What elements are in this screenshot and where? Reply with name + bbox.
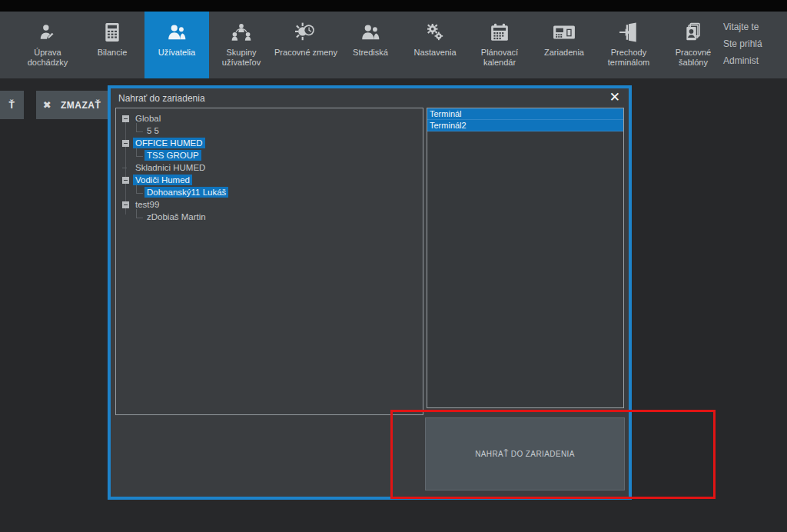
gears-icon (425, 20, 445, 45)
x-delete-icon: ✖ (43, 99, 51, 111)
toolbar-item-zariadenia[interactable]: Zariadenia (532, 12, 596, 78)
welcome-line-2: Ste prihlá (723, 35, 787, 52)
toolbar-item-label: Nastavenia (413, 48, 456, 58)
toolbar-item-label: Strediská (353, 48, 388, 58)
toolbar-item-skupiny-uzivatelov[interactable]: Skupiny užívateľov (209, 12, 274, 78)
welcome-line-3: Administ (723, 52, 787, 69)
calendar-icon (490, 20, 510, 45)
tree-node-global[interactable]: Global (116, 112, 423, 125)
toolbar-item-bilancie[interactable]: Bilancie (80, 12, 144, 78)
toolbar-item-label: Pracovné zmeny (274, 48, 337, 58)
tree-node-test99[interactable]: test99 (116, 198, 423, 211)
upload-to-device-dialog: Nahrať do zariadenia ✕ Global 5 5 OFFICE… (108, 85, 632, 500)
toolbar-item-label: Pracovné šablóny (661, 48, 726, 68)
toolbar-item-pracovne-sablony[interactable]: Pracovné šablóny (661, 12, 726, 78)
sun-clock-icon (295, 20, 317, 45)
welcome-text-block: Vitajte te Ste prihlá Administ (723, 18, 787, 69)
templates-icon (683, 20, 703, 45)
toolbar-item-uprava-dochadzky[interactable]: Úprava dochádzky (15, 12, 80, 78)
upload-to-device-button-label: NAHRAŤ DO ZARIADENIA (475, 450, 575, 458)
toolbar-item-label: Plánovací kalendár (467, 48, 532, 68)
collapse-expander-icon[interactable] (122, 177, 129, 184)
tree-connector (136, 185, 143, 194)
top-black-strip (0, 0, 787, 12)
person-edit-icon (38, 20, 58, 45)
tree-node-zdobias-martin[interactable]: zDobiaš Martin (116, 211, 423, 223)
toolbar-item-label: Užívatelia (158, 48, 195, 58)
door-exit-icon (619, 20, 639, 45)
toolbar-item-label: Úprava dochádzky (15, 48, 80, 68)
calculator-icon (104, 20, 121, 45)
toolbar-item-label: Prechody terminálom (596, 48, 661, 68)
people-icon (360, 20, 381, 45)
close-icon[interactable]: ✕ (609, 90, 620, 105)
delete-button[interactable]: ✖ ZMAZAŤ (36, 91, 108, 119)
tree-connector (136, 209, 143, 218)
toolbar-item-uzivatelia[interactable]: Užívatelia (144, 12, 209, 78)
device-list-item-terminal[interactable]: Terminál (427, 108, 623, 120)
partial-left-button[interactable]: Ť (0, 91, 24, 119)
partial-left-button-label: Ť (9, 100, 15, 111)
tree-connector (136, 123, 143, 132)
terminal-icon (553, 20, 576, 45)
toolbar-item-pracovne-zmeny[interactable]: Pracovné zmeny (274, 12, 338, 78)
upload-to-device-button[interactable]: NAHRAŤ DO ZARIADENIA (425, 417, 625, 490)
collapse-expander-icon[interactable] (122, 140, 129, 147)
users-icon (166, 20, 188, 45)
tree-node-tss-group[interactable]: TSS GROUP (116, 149, 423, 161)
toolbar-item-prechody-terminalom[interactable]: Prechody terminálom (596, 12, 661, 78)
collapse-expander-icon[interactable] (122, 201, 129, 208)
tree-node-5-5[interactable]: 5 5 (116, 125, 423, 137)
user-group-icon (231, 20, 252, 45)
tree-node-skladnici-humed[interactable]: Skladnici HUMED (116, 161, 423, 174)
tree-node-office-humed[interactable]: OFFICE HUMED (116, 137, 423, 149)
delete-button-label: ZMAZAŤ (61, 100, 101, 111)
toolbar-item-label: Zariadenia (544, 48, 584, 58)
main-toolbar: Úprava dochádzky Bilancie Užívatelia Sku… (0, 12, 787, 78)
user-tree-panel[interactable]: Global 5 5 OFFICE HUMED TSS GROUP Skladn… (115, 108, 423, 415)
welcome-line-1: Vitajte te (723, 18, 787, 35)
tree-node-vodici-humed[interactable]: Vodiči Humed (116, 174, 423, 186)
toolbar-item-nastavenia[interactable]: Nastavenia (403, 12, 467, 78)
tree-connector (136, 148, 143, 157)
toolbar-item-strediska[interactable]: Strediská (338, 12, 403, 78)
device-list-item-terminal2[interactable]: Terminál2 (427, 120, 623, 131)
tree-connector (122, 168, 127, 168)
toolbar-item-label: Skupiny užívateľov (209, 48, 274, 68)
tree-node-dohoansky11-lukas[interactable]: Dohoanský11 Lukáš (116, 186, 423, 198)
collapse-expander-icon[interactable] (122, 115, 129, 122)
toolbar-item-label: Bilancie (98, 48, 128, 58)
toolbar-item-planovaci-kalendar[interactable]: Plánovací kalendár (467, 12, 532, 78)
device-list-panel[interactable]: Terminál Terminál2 (427, 108, 624, 408)
dialog-title: Nahrať do zariadenia (118, 93, 205, 104)
